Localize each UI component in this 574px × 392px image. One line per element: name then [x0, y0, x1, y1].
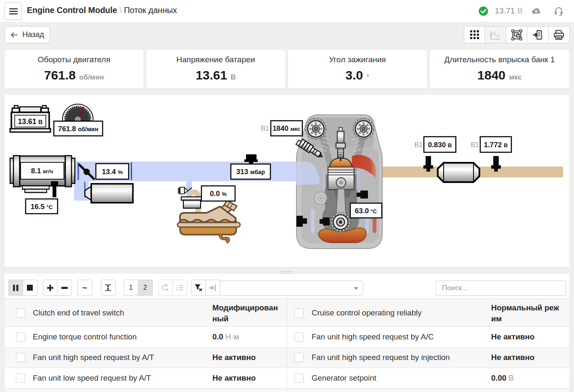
- svg-text:63.0 °С: 63.0 °С: [355, 207, 377, 215]
- svg-text:0.0 %: 0.0 %: [210, 190, 227, 198]
- svg-text:13.4 %: 13.4 %: [102, 168, 123, 176]
- svg-text:16.5 °С: 16.5 °С: [31, 203, 53, 211]
- svg-text:313 мбар: 313 мбар: [236, 168, 265, 176]
- svg-text:1840 мкс: 1840 мкс: [272, 124, 300, 132]
- svg-text:1.772 В: 1.772 В: [484, 141, 508, 149]
- svg-text:761.8 об/мин: 761.8 об/мин: [58, 125, 98, 133]
- svg-text:8.1 кг/ч: 8.1 кг/ч: [31, 167, 53, 175]
- svg-text:B1: B1: [471, 141, 479, 148]
- svg-text:0.830 В: 0.830 В: [428, 141, 452, 149]
- svg-text:B1: B1: [261, 125, 269, 132]
- svg-text:B1: B1: [414, 141, 423, 148]
- svg-text:13.61 В: 13.61 В: [18, 117, 43, 126]
